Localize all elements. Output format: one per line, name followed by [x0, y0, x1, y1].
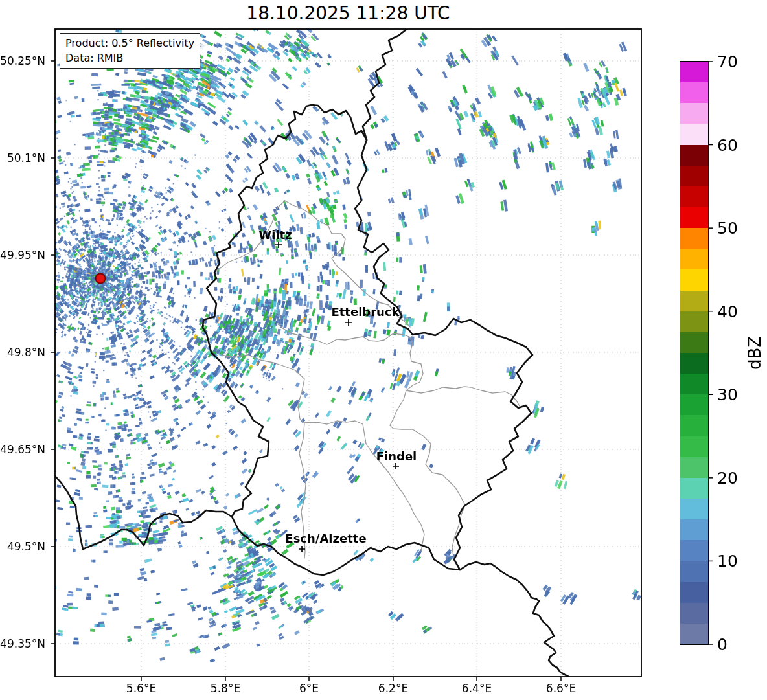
data-source-line: Data: RMIB: [65, 51, 194, 65]
x-tick-label: 6°E: [299, 682, 319, 695]
y-tick-label: 49.95°N: [0, 249, 51, 262]
colorbar-tick-label: 10: [717, 552, 738, 570]
map-border-layer: [0, 0, 767, 700]
city-label-ettelbruck: Ettelbruck: [331, 305, 399, 319]
plot-frame: [55, 29, 641, 677]
x-tick-label: 6.4°E: [462, 682, 492, 695]
belgium-germany-border: [363, 29, 407, 140]
x-tick-label: 5.6°E: [126, 682, 156, 695]
colorbar-label: dBZ: [745, 336, 764, 370]
colorbar-tick-label: 60: [717, 135, 738, 154]
x-tick-label: 5.8°E: [211, 682, 240, 695]
colorbar-tick-label: 50: [717, 219, 738, 238]
y-tick-label: 50.25°N: [0, 54, 51, 67]
y-tick-label: 49.5°N: [0, 540, 51, 553]
y-tick-label: 50.1°N: [0, 152, 51, 164]
city-label-wiltz: Wiltz: [258, 228, 292, 242]
y-tick-label: 49.35°N: [0, 637, 51, 650]
city-marker-esch-alzette: [299, 546, 305, 552]
y-tick-label: 49.8°N: [0, 346, 51, 359]
city-marker-ettelbruck: [345, 319, 352, 326]
radar-map-figure: 18.10.2025 11:28 UTC WiltzEttelbruckFind…: [0, 0, 767, 700]
canton-border-3: [390, 390, 465, 557]
x-tick-label: 6.2°E: [378, 682, 408, 695]
canton-border-4: [304, 421, 366, 444]
city-marker-wiltz: [275, 242, 282, 248]
city-label-findel: Findel: [376, 449, 417, 463]
france-germany-border: [460, 562, 569, 677]
colorbar-tick-label: 20: [717, 468, 738, 487]
y-tick-label: 49.65°N: [0, 443, 51, 456]
product-info-box: Product: 0.5° Reflectivity Data: RMIB: [60, 33, 200, 69]
canton-border-2: [277, 324, 520, 407]
radar-site-dot: [96, 274, 106, 284]
colorbar-tick-label: 40: [717, 302, 738, 321]
belgium-france-border: [55, 476, 232, 549]
colorbar-tick-label: 30: [717, 385, 738, 404]
colorbar-tick-label: 70: [717, 52, 738, 71]
city-label-esch-alzette: Esch/Alzette: [285, 532, 366, 545]
colorbar-tick-label: 0: [717, 635, 727, 654]
city-marker-findel: [393, 463, 399, 469]
x-tick-label: 6.6°E: [546, 682, 576, 695]
product-line: Product: 0.5° Reflectivity: [65, 36, 194, 51]
